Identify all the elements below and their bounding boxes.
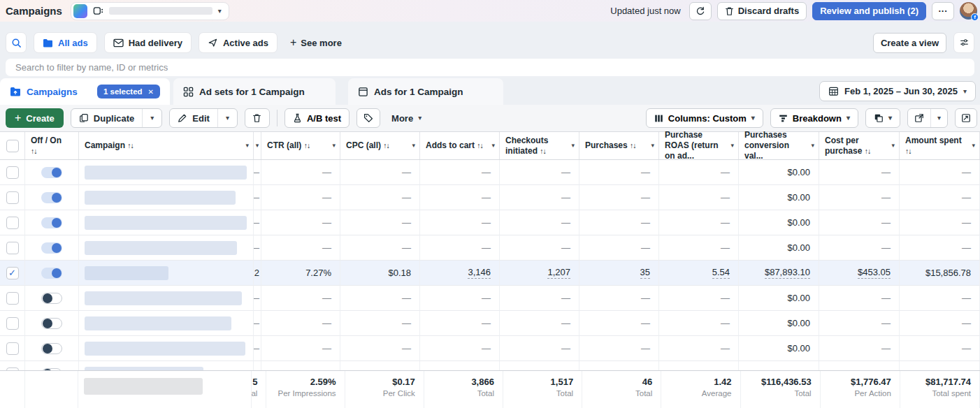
tab-ad-sets[interactable]: Ad sets for 1 Campaign (173, 78, 336, 105)
reports-button[interactable]: ▾ (865, 108, 900, 128)
export-caret-button[interactable]: ▾ (930, 109, 947, 127)
filter-settings-button[interactable] (953, 32, 974, 53)
column-header-metric[interactable]: Purchases conversion val...▾ (739, 132, 819, 159)
column-header-campaign[interactable]: Campaign ↑↓▾ (79, 132, 254, 159)
campaign-toggle[interactable] (41, 242, 62, 254)
columns-button[interactable]: Columns: Custom ▾ (646, 108, 763, 128)
campaign-name-cell[interactable] (79, 210, 254, 235)
metric-value[interactable]: $87,893.10 (765, 267, 810, 279)
totals-metric-cell: 1,517Total (503, 371, 582, 408)
refresh-button[interactable] (689, 2, 712, 20)
top-bar-left: Campaigns ▾ (6, 2, 229, 20)
metric-value: — (482, 217, 491, 228)
tag-button[interactable] (356, 108, 380, 128)
column-header-metric[interactable]: CTR (all) ↑↓▾ (261, 132, 340, 159)
ab-test-button[interactable]: A/B test (284, 108, 350, 128)
campaign-name-cell[interactable] (79, 261, 254, 286)
tab-campaigns[interactable]: Campaigns 1 selected ✕ (0, 78, 170, 105)
filter-chip-active-ads[interactable]: Active ads (199, 32, 278, 53)
tabs-row: Campaigns 1 selected ✕ Ad sets for 1 Cam… (0, 78, 980, 105)
select-all-cell (0, 132, 25, 159)
campaign-name-cell[interactable] (79, 185, 254, 210)
metric-value[interactable]: $453.05 (858, 267, 891, 279)
row-checkbox[interactable] (6, 292, 19, 305)
create-button[interactable]: + Create (6, 108, 64, 128)
account-name-redacted (109, 7, 212, 15)
metric-value[interactable]: 5.54 (712, 267, 730, 279)
campaign-name-cell[interactable] (79, 286, 254, 311)
date-range-picker[interactable]: Feb 1, 2025 – Jun 30, 2025 ▾ (819, 81, 976, 101)
metric-value: — (402, 242, 411, 253)
row-checkbox[interactable] (6, 242, 19, 254)
column-header-metric[interactable]: Cost per purchase ↑↓▾ (819, 132, 900, 159)
row-toggle-cell (25, 311, 79, 336)
metric-value: — (322, 192, 331, 203)
campaign-name-cell[interactable] (79, 160, 254, 185)
metric-cell: $0.00 (739, 286, 819, 311)
campaign-toggle[interactable] (41, 192, 62, 203)
column-header-metric[interactable]: CPC (all) ↑↓▾ (340, 132, 420, 159)
clipped-column-cell: — (254, 311, 261, 336)
row-checkbox[interactable]: ✓ (6, 267, 19, 279)
filter-chip-had-delivery[interactable]: Had delivery (104, 32, 192, 53)
account-selector[interactable]: ▾ (71, 2, 229, 20)
duplicate-caret-button[interactable]: ▾ (142, 109, 161, 127)
selected-count-badge[interactable]: 1 selected ✕ (97, 85, 160, 99)
row-checkbox[interactable] (6, 342, 19, 355)
search-input[interactable] (6, 59, 974, 76)
review-publish-button[interactable]: Review and publish (2) (812, 2, 926, 20)
metric-cell: — (659, 336, 739, 361)
breakdown-button[interactable]: Breakdown ▾ (770, 108, 858, 128)
avatar[interactable]: f (960, 2, 977, 20)
search-filter-button[interactable] (6, 32, 27, 53)
duplicate-label: Duplicate (94, 113, 135, 124)
campaign-toggle[interactable] (41, 343, 62, 354)
column-header-metric[interactable]: Adds to cart ↑↓▾ (420, 132, 500, 159)
edit-button[interactable]: Edit (170, 109, 217, 127)
create-view-button[interactable]: Create a view (873, 33, 946, 53)
export-button[interactable] (908, 109, 930, 127)
campaign-toggle[interactable] (41, 318, 62, 329)
select-all-checkbox[interactable] (6, 140, 19, 152)
row-checkbox[interactable] (6, 166, 19, 179)
metric-value[interactable]: 35 (640, 267, 650, 279)
metric-value: — (881, 293, 891, 303)
column-header-clipped[interactable]: ▾ (254, 132, 261, 159)
row-checkbox[interactable] (6, 191, 19, 204)
view-charts-button[interactable] (955, 108, 977, 128)
metric-value[interactable]: 3,146 (468, 267, 491, 279)
metric-header-label: Adds to cart ↑↓ (426, 140, 489, 151)
metric-cell: — (500, 210, 579, 235)
metric-cell: — (500, 336, 579, 361)
column-header-off-on[interactable]: Off / On↑↓ (25, 132, 79, 159)
more-options-button[interactable]: ··· (932, 2, 954, 20)
campaign-toggle[interactable] (41, 268, 62, 279)
campaign-name-cell[interactable] (79, 235, 254, 261)
column-header-metric[interactable]: Checkouts initiated ↑↓▾ (500, 132, 579, 159)
discard-drafts-button[interactable]: Discard drafts (717, 2, 807, 20)
campaign-toggle[interactable] (41, 293, 62, 304)
see-more-button[interactable]: + See more (290, 36, 342, 49)
clear-selection-icon[interactable]: ✕ (148, 88, 154, 96)
campaign-toggle[interactable] (41, 167, 62, 178)
campaign-name-cell[interactable] (79, 311, 254, 336)
metric-cell: — (819, 286, 900, 311)
campaign-name-cell[interactable] (79, 336, 254, 361)
more-menu-button[interactable]: More ▾ (391, 113, 421, 124)
edit-caret-button[interactable]: ▾ (217, 109, 237, 127)
campaign-toggle[interactable] (41, 217, 62, 228)
metric-cell: — (420, 336, 500, 361)
column-header-metric[interactable]: Purchases ↑↓▾ (579, 132, 659, 159)
filter-chip-all-ads[interactable]: All ads (34, 32, 97, 53)
tab-ads[interactable]: Ads for 1 Campaign (348, 78, 503, 105)
chevron-down-icon: ▾ (963, 88, 967, 95)
row-checkbox[interactable] (6, 317, 19, 330)
metric-value: — (322, 318, 331, 328)
metric-value[interactable]: 1,207 (547, 267, 570, 279)
delete-button[interactable] (245, 108, 270, 128)
duplicate-button[interactable]: Duplicate (71, 109, 143, 127)
row-checkbox[interactable] (6, 217, 19, 229)
metric-cell: — (420, 210, 500, 235)
column-header-metric[interactable]: Purchase ROAS (return on ad...▾ (659, 132, 739, 159)
column-header-metric[interactable]: Amount spent ↑↓▾ (900, 132, 980, 159)
